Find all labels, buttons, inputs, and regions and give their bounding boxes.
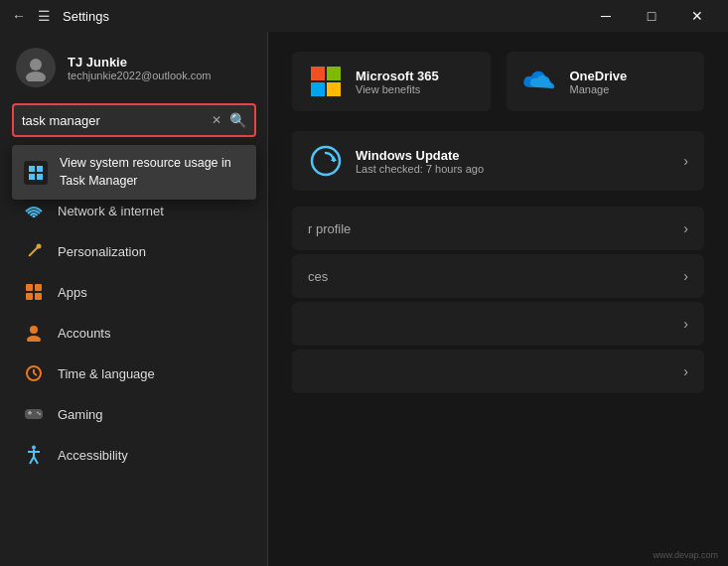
profile-chevron-icon: › [683,220,688,236]
user-name: TJ Junkie [68,55,211,70]
avatar [16,48,56,87]
ces-chevron-icon: › [683,268,688,284]
onedrive-name: OneDrive [570,69,628,83]
watermark: www.devap.com [653,550,718,560]
svg-line-19 [34,373,37,375]
ms365-desc: View benefits [356,83,439,95]
sidebar-item-apps[interactable]: Apps [8,272,260,312]
network-icon [24,201,44,220]
hamburger-icon[interactable]: ☰ [38,8,51,24]
svg-point-25 [32,446,36,450]
title-bar-controls: ─ □ ✕ [583,0,720,32]
ms365-info: Microsoft 365 View benefits [356,69,439,95]
search-result-text: View system resource usage in Task Manag… [60,155,244,190]
close-button[interactable]: ✕ [674,0,720,32]
onedrive-info: OneDrive Manage [570,69,628,95]
title-bar-title: Settings [63,9,109,24]
svg-point-0 [30,59,42,71]
search-input[interactable] [22,113,204,128]
network-label: Network & internet [58,204,164,218]
svg-rect-22 [29,411,31,415]
sidebar: TJ Junkie techjunkie2022@outlook.com ✕ 🔍 [0,32,268,566]
settings-row-ces-label: ces [308,269,328,284]
back-icon[interactable]: ← [12,8,26,24]
svg-line-29 [34,457,38,464]
sidebar-item-accounts[interactable]: Accounts [8,313,260,353]
settings-row-profile-label: r profile [308,221,351,236]
sidebar-divider [267,32,268,566]
user-profile[interactable]: TJ Junkie techjunkie2022@outlook.com [0,32,268,99]
svg-rect-11 [26,284,33,291]
windows-update-icon [308,143,344,179]
svg-point-16 [27,336,41,342]
accessibility-label: Accessibility [58,448,128,463]
sidebar-item-personalization[interactable]: Personalization [8,231,260,271]
personalization-icon [24,241,44,261]
svg-point-8 [33,215,36,218]
settings-row-3[interactable]: › [292,302,704,346]
search-dropdown: View system resource usage in Task Manag… [12,145,256,200]
windows-update-tile[interactable]: Windows Update Last checked: 7 hours ago… [292,131,704,191]
update-chevron: › [683,153,688,169]
time-label: Time & language [58,366,155,381]
maximize-button[interactable]: □ [629,0,674,32]
time-icon [24,363,44,383]
svg-point-15 [30,326,38,334]
svg-point-23 [37,412,39,414]
svg-rect-33 [327,82,341,96]
svg-rect-13 [26,293,33,300]
search-clear-icon[interactable]: ✕ [210,111,223,129]
svg-point-1 [26,71,46,81]
ms365-tile[interactable]: Microsoft 365 View benefits [292,52,491,111]
main-content: Microsoft 365 View benefits OneDrive Man… [268,32,728,566]
search-box: ✕ 🔍 [12,103,256,137]
search-container: ✕ 🔍 View system resource usage in Task M… [0,99,268,145]
title-bar: ← ☰ Settings ─ □ ✕ [0,0,728,32]
onedrive-desc: Manage [570,83,628,95]
svg-rect-30 [311,67,325,80]
sidebar-item-time[interactable]: Time & language [8,354,260,393]
accessibility-icon [24,445,44,465]
settings-row-ces[interactable]: ces › [292,254,704,298]
update-name: Windows Update [356,148,671,163]
row4-chevron-icon: › [683,363,688,379]
sidebar-item-accessibility[interactable]: Accessibility [8,435,260,475]
svg-line-28 [30,457,34,464]
app-container: TJ Junkie techjunkie2022@outlook.com ✕ 🔍 [0,32,728,566]
svg-rect-3 [37,166,43,172]
svg-rect-2 [29,166,35,172]
accounts-label: Accounts [58,326,110,341]
apps-label: Apps [58,285,87,300]
sidebar-item-gaming[interactable]: Gaming [8,394,260,434]
title-bar-left: ← ☰ Settings [12,8,109,24]
nav-list: ⚡ Bluetooth & devices Network & internet [0,145,268,566]
minimize-button[interactable]: ─ [583,0,629,32]
update-desc: Last checked: 7 hours ago [356,163,671,175]
svg-point-10 [37,244,42,249]
user-info: TJ Junkie techjunkie2022@outlook.com [68,55,211,81]
svg-point-24 [39,413,41,415]
onedrive-icon [522,64,558,99]
svg-rect-32 [311,82,325,96]
user-email: techjunkie2022@outlook.com [68,70,211,81]
personalization-label: Personalization [58,244,146,259]
search-result-item[interactable]: View system resource usage in Task Manag… [12,145,256,200]
update-info: Windows Update Last checked: 7 hours ago [356,148,671,175]
svg-rect-5 [37,174,43,180]
settings-row-profile[interactable]: r profile › [292,207,704,250]
svg-rect-12 [35,284,42,291]
svg-rect-4 [29,174,35,180]
accounts-icon [24,323,44,343]
svg-rect-14 [35,293,42,300]
ms365-icon [308,64,344,99]
apps-icon [24,282,44,302]
app-tiles: Microsoft 365 View benefits OneDrive Man… [292,52,704,111]
svg-rect-31 [327,67,341,80]
gaming-label: Gaming [58,407,103,422]
gaming-icon [24,404,44,424]
task-manager-icon [24,161,48,185]
ms365-name: Microsoft 365 [356,69,439,83]
search-icon[interactable]: 🔍 [229,112,246,128]
settings-row-4[interactable]: › [292,350,704,393]
onedrive-tile[interactable]: OneDrive Manage [507,52,705,111]
